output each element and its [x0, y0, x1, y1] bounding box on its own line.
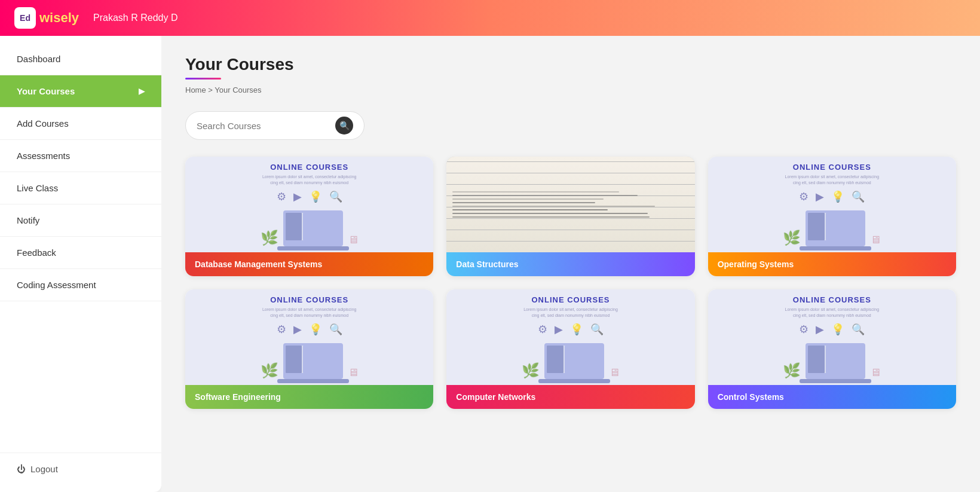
course-thumbnail: [446, 157, 694, 252]
monitor-icon: 🖥: [609, 366, 620, 379]
sidebar-item-label: Notify: [17, 215, 39, 225]
search-icon: 🔍: [329, 323, 342, 336]
sidebar-item-label: Feedback: [17, 247, 56, 258]
logo-text: wisely: [39, 10, 79, 26]
course-thumbnail: ONLINE COURSES Lorem ipsum dolor sit ame…: [708, 157, 956, 252]
course-thumbnail: ONLINE COURSES Lorem ipsum dolor sit ame…: [185, 289, 433, 385]
play-icon: ▶: [816, 190, 824, 203]
search-bar: 🔍: [185, 111, 365, 140]
course-label: Control Systems: [708, 385, 956, 409]
monitor-icon: 🖥: [870, 234, 881, 246]
search-input[interactable]: [197, 121, 335, 131]
chevron-icon: ▶: [139, 87, 145, 96]
breadcrumb: Home > Your Courses: [185, 85, 956, 94]
sidebar: DashboardYour Courses▶Add CoursesAssessm…: [0, 36, 161, 492]
course-card-cn[interactable]: ONLINE COURSES Lorem ipsum dolor sit ame…: [446, 289, 694, 409]
bulb-icon: 💡: [309, 323, 322, 336]
sidebar-item-label: Assessments: [17, 151, 70, 161]
course-thumbnail: ONLINE COURSES Lorem ipsum dolor sit ame…: [708, 289, 956, 385]
plant-icon: 🌿: [261, 230, 278, 246]
laptop-illustration: [806, 343, 865, 379]
gear-icon: ⚙: [277, 323, 286, 336]
gear-icon: ⚙: [799, 190, 808, 203]
course-label: Database Management Systems: [185, 252, 433, 276]
course-card-ds[interactable]: Data Structures: [446, 157, 694, 276]
search-button[interactable]: 🔍: [335, 117, 353, 135]
course-card-dms[interactable]: ONLINE COURSES Lorem ipsum dolor sit ame…: [185, 157, 433, 276]
bulb-icon: 💡: [831, 323, 844, 336]
course-label: Data Structures: [446, 252, 694, 276]
plant-icon: 🌿: [261, 362, 278, 379]
monitor-icon: 🖥: [348, 234, 359, 246]
logout-icon: ⏻: [17, 464, 26, 474]
main-layout: DashboardYour Courses▶Add CoursesAssessm…: [0, 36, 980, 492]
course-thumbnail: ONLINE COURSES Lorem ipsum dolor sit ame…: [185, 157, 433, 252]
play-icon: ▶: [555, 323, 563, 336]
plant-icon: 🌿: [783, 230, 801, 246]
username-display: Prakash R Reddy D: [93, 13, 177, 23]
sidebar-item-notify[interactable]: Notify: [0, 204, 161, 237]
course-label: Computer Networks: [446, 385, 694, 409]
sidebar-nav: DashboardYour Courses▶Add CoursesAssessm…: [0, 43, 161, 301]
sidebar-item-label: Dashboard: [17, 54, 60, 64]
plant-icon: 🌿: [522, 362, 540, 379]
laptop-illustration: [806, 210, 865, 246]
page-title: Your Courses: [185, 55, 956, 74]
play-icon: ▶: [293, 190, 302, 203]
course-label: Operating Systems: [708, 252, 956, 276]
search-icon: 🔍: [852, 190, 865, 203]
sidebar-item-feedback[interactable]: Feedback: [0, 237, 161, 269]
sidebar-item-label: Your Courses: [17, 86, 75, 96]
bulb-icon: 💡: [570, 323, 583, 336]
gear-icon: ⚙: [799, 323, 808, 336]
play-icon: ▶: [816, 323, 824, 336]
monitor-icon: 🖥: [348, 366, 359, 379]
logo-box: Ed: [14, 7, 36, 29]
sidebar-item-coding-assessment[interactable]: Coding Assessment: [0, 269, 161, 301]
logout-button[interactable]: ⏻ Logout: [0, 453, 161, 485]
course-card-cs[interactable]: ONLINE COURSES Lorem ipsum dolor sit ame…: [708, 289, 956, 409]
sidebar-item-label: Add Courses: [17, 118, 69, 129]
search-icon: 🔍: [852, 323, 865, 336]
sidebar-item-assessments[interactable]: Assessments: [0, 140, 161, 172]
sidebar-item-add-courses[interactable]: Add Courses: [0, 108, 161, 140]
courses-grid: ONLINE COURSES Lorem ipsum dolor sit ame…: [185, 157, 956, 409]
logo: Ed wisely: [14, 7, 79, 29]
course-label: Software Engineering: [185, 385, 433, 409]
laptop-illustration: [544, 343, 604, 379]
sidebar-item-live-class[interactable]: Live Class: [0, 172, 161, 204]
laptop-illustration: [283, 343, 343, 379]
title-underline: [185, 78, 221, 80]
monitor-icon: 🖥: [870, 366, 881, 379]
laptop-illustration: [283, 210, 343, 246]
sidebar-item-dashboard[interactable]: Dashboard: [0, 43, 161, 75]
sidebar-item-label: Coding Assessment: [17, 280, 96, 290]
course-card-se[interactable]: ONLINE COURSES Lorem ipsum dolor sit ame…: [185, 289, 433, 409]
gear-icon: ⚙: [277, 190, 286, 203]
bulb-icon: 💡: [309, 190, 322, 203]
main-content: Your Courses Home > Your Courses 🔍 ONLIN…: [161, 36, 980, 492]
play-icon: ▶: [293, 323, 302, 336]
sidebar-item-label: Live Class: [17, 183, 58, 193]
gear-icon: ⚙: [538, 323, 547, 336]
bulb-icon: 💡: [831, 190, 844, 203]
search-icon: 🔍: [590, 323, 604, 336]
logout-label: Logout: [30, 464, 58, 474]
course-card-os[interactable]: ONLINE COURSES Lorem ipsum dolor sit ame…: [708, 157, 956, 276]
sidebar-item-your-courses[interactable]: Your Courses▶: [0, 75, 161, 108]
header: Ed wisely Prakash R Reddy D: [0, 0, 980, 36]
search-icon: 🔍: [329, 190, 342, 203]
course-thumbnail: ONLINE COURSES Lorem ipsum dolor sit ame…: [446, 289, 694, 385]
plant-icon: 🌿: [783, 362, 801, 379]
